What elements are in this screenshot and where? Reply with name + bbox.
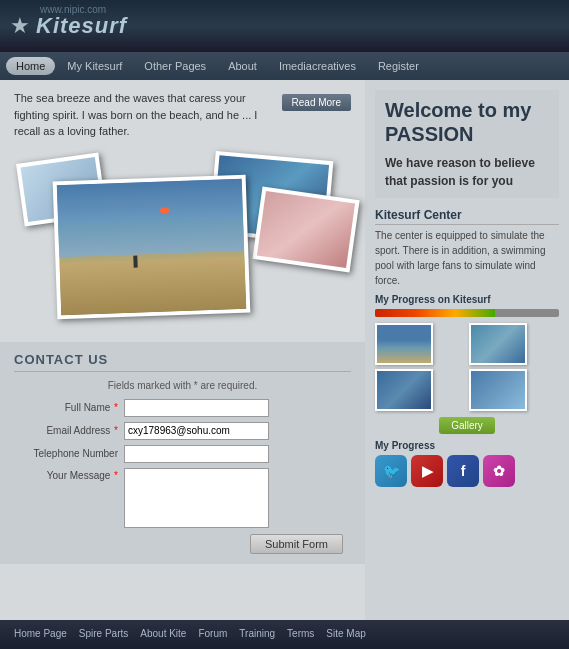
form-row-fullname: Full Name *	[14, 399, 351, 417]
site-title: Kitesurf	[36, 13, 127, 39]
kitesurf-center-title: Kitesurf Center	[375, 208, 559, 225]
photo-pink	[252, 186, 359, 272]
footer: Home Page Spire Parts About Kite Forum T…	[0, 620, 569, 647]
thumb-1[interactable]	[375, 323, 433, 365]
youtube-icon[interactable]: ▶	[411, 455, 443, 487]
nav-imediacreatives[interactable]: Imediacreatives	[269, 57, 366, 75]
contact-title: CONTACT US	[14, 352, 351, 367]
thumbnail-grid	[375, 323, 559, 411]
contact-divider	[14, 371, 351, 372]
kitesurf-section: Kitesurf Center The center is equipped t…	[375, 208, 559, 487]
fields-required-note: Fields marked with * are required.	[14, 380, 351, 391]
photo-collage	[0, 148, 365, 338]
intro-section: Read More The sea breeze and the waves t…	[0, 80, 365, 148]
facebook-icon[interactable]: f	[447, 455, 479, 487]
submit-button[interactable]: Submit Form	[250, 534, 343, 554]
welcome-heading: Welcome to my PASSION	[385, 98, 549, 146]
flickr-icon[interactable]: ✿	[483, 455, 515, 487]
read-more-button[interactable]: Read More	[282, 94, 351, 111]
contact-section: CONTACT US Fields marked with * are requ…	[0, 342, 365, 564]
footer-forum[interactable]: Forum	[198, 628, 227, 639]
right-column: Welcome to my PASSION We have reason to …	[365, 80, 569, 620]
footer-spire[interactable]: Spire Parts	[79, 628, 128, 639]
nav-register[interactable]: Register	[368, 57, 429, 75]
left-column: Read More The sea breeze and the waves t…	[0, 80, 365, 620]
star-icon: ★	[10, 13, 30, 39]
form-row-phone: Telephone Number	[14, 445, 351, 463]
label-email: Email Address *	[14, 425, 124, 436]
social-icons-row: 🐦 ▶ f ✿	[375, 455, 559, 487]
form-row-message: Your Message *	[14, 468, 351, 528]
label-fullname: Full Name *	[14, 402, 124, 413]
label-phone: Telephone Number	[14, 448, 124, 459]
welcome-sub-text: We have reason to believe that passion i…	[385, 154, 549, 190]
logo-area: ★ Kitesurf	[10, 13, 127, 39]
input-phone[interactable]	[124, 445, 269, 463]
progress-bar-container	[375, 309, 559, 317]
progress-bar-fill	[375, 309, 495, 317]
nav-bar: Home My Kitesurf Other Pages About Imedi…	[0, 52, 569, 80]
twitter-icon[interactable]: 🐦	[375, 455, 407, 487]
thumb-3[interactable]	[375, 369, 433, 411]
watermark-top: www.nipic.com	[40, 4, 106, 15]
input-fullname[interactable]	[124, 399, 269, 417]
thumb-2[interactable]	[469, 323, 527, 365]
footer-about-kite[interactable]: About Kite	[140, 628, 186, 639]
social-section-label: My Progress	[375, 440, 559, 451]
thumb-4[interactable]	[469, 369, 527, 411]
input-email[interactable]	[124, 422, 269, 440]
main-wrapper: Read More The sea breeze and the waves t…	[0, 80, 569, 620]
footer-home[interactable]: Home Page	[14, 628, 67, 639]
gallery-button[interactable]: Gallery	[439, 417, 495, 434]
photo-main-beach	[53, 174, 251, 319]
nav-about[interactable]: About	[218, 57, 267, 75]
submit-row: Submit Form	[14, 534, 351, 554]
label-message: Your Message *	[14, 470, 124, 481]
nav-other-pages[interactable]: Other Pages	[134, 57, 216, 75]
footer-terms[interactable]: Terms	[287, 628, 314, 639]
footer-sitemap[interactable]: Site Map	[326, 628, 365, 639]
nav-my-kitesurf[interactable]: My Kitesurf	[57, 57, 132, 75]
nav-home[interactable]: Home	[6, 57, 55, 75]
header: ★ Kitesurf www.nipic.com	[0, 0, 569, 52]
footer-training[interactable]: Training	[239, 628, 275, 639]
input-message[interactable]	[124, 468, 269, 528]
form-row-email: Email Address *	[14, 422, 351, 440]
welcome-section: Welcome to my PASSION We have reason to …	[375, 90, 559, 198]
progress-title: My Progress on Kitesurf	[375, 294, 559, 305]
kitesurf-description: The center is equipped to simulate the s…	[375, 228, 559, 288]
